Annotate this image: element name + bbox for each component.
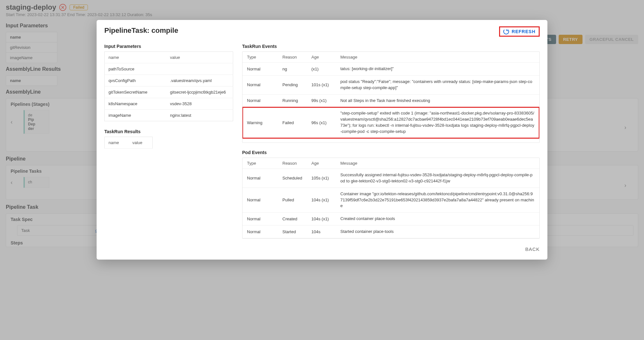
event-age: (x1) [311,67,340,71]
event-age: 105s (x1) [311,176,340,180]
event-message: Container image "gcr.io/tekton-releases/… [340,191,535,209]
event-type: Normal [247,198,282,202]
event-row: NormalRunning99s (x1)Not all Steps in th… [242,95,539,107]
event-age: 104s (x1) [311,216,340,221]
event-type: Normal [247,216,282,221]
event-message: Successfully assigned internal-fujitsu-v… [340,172,535,184]
event-row: NormalScheduled105s (x1)Successfully ass… [242,169,539,188]
table-row: k8sNamespacevsdev-3528 [105,98,233,110]
event-reason: Failed [282,120,311,125]
table-row: pathToSource [105,63,233,75]
modal-header: PipelineTask: compile REFRESH [104,26,540,37]
event-age: 104s [311,229,340,234]
table-row: qvsConfigPath.valuestream/qvs.yaml [105,75,233,87]
param-name: qvsConfigPath [105,75,166,87]
event-type: Normal [247,82,282,87]
param-name: k8sNamespace [105,98,166,110]
event-reason: ng [282,67,311,71]
event-reason: Pending [282,82,311,87]
event-row: NormalStarted104sStarted container place… [242,225,539,238]
pipeline-task-modal: PipelineTask: compile REFRESH Input Para… [97,20,547,260]
event-row: NormalPulled104s (x1)Container image "gc… [242,188,539,213]
param-name: pathToSource [105,63,166,75]
event-row: NormalCreated104s (x1)Created container … [242,213,539,225]
back-button[interactable]: BACK [525,246,540,252]
column-reason: Reason [282,161,311,166]
event-message: Not all Steps in the Task have finished … [340,98,535,104]
column-age: Age [311,161,340,166]
column-value: value [128,137,153,149]
event-age: 99s (x1) [311,98,340,103]
event-reason: Pulled [282,198,311,202]
event-reason: Created [282,216,311,221]
event-message: "step-compile-setup" exited with code 1 … [340,110,535,134]
column-value: value [166,52,233,63]
column-type: Type [247,55,282,60]
event-message: Created container place-tools [340,216,535,222]
table-row: imageNamenginx:latest [105,110,233,121]
event-type: Normal [247,98,282,103]
event-reason: Running [282,98,311,103]
event-message: pod status "Ready":"False"; message: "co… [340,79,535,91]
param-name: imageName [105,110,166,121]
event-reason: Scheduled [282,176,311,180]
modal-body: Input Parameters name value pathToSource… [104,44,540,239]
refresh-icon [503,29,509,34]
table-header: Type Reason Age Message [242,158,539,169]
refresh-button[interactable]: REFRESH [499,26,540,37]
modal-left-column: Input Parameters name value pathToSource… [104,44,233,239]
event-reason: Started [282,229,311,234]
taskrun-events-heading: TaskRun Events [242,44,540,49]
input-parameters-table: name value pathToSourceqvsConfigPath.val… [104,51,233,121]
column-type: Type [247,161,282,166]
pod-events-table: Type Reason Age Message NormalScheduled1… [242,158,540,239]
param-value [166,63,233,75]
param-value: gitsecret-ljccpjimc6tkgb21eje6 [166,87,233,98]
modal-footer: BACK [104,246,540,252]
param-value: vsdev-3528 [166,98,233,110]
column-message: Message [340,55,535,60]
event-age: 104s (x1) [311,198,340,202]
refresh-label: REFRESH [512,29,535,34]
event-type: Warning [247,120,282,125]
event-row: NormalPending101s (x1)pod status "Ready"… [242,76,539,95]
param-name: gitTokenSecretName [105,87,166,98]
modal-right-column: TaskRun Events Type Reason Age Message N… [242,44,540,239]
modal-overlay[interactable]: PipelineTask: compile REFRESH Input Para… [0,0,644,340]
event-age: 96s (x1) [311,120,340,125]
event-row: WarningFailed96s (x1)"step-compile-setup… [242,107,539,138]
column-name: name [105,52,166,63]
input-parameters-heading: Input Parameters [104,44,233,49]
column-name: name [105,137,129,149]
taskrun-results-table: name value [104,137,153,149]
event-row: Normalng(x1)tatus: [working-dir-initiali… [242,63,539,76]
column-message: Message [340,161,535,166]
taskrun-events-table: Type Reason Age Message Normalng(x1)tatu… [242,51,540,143]
table-row: gitTokenSecretNamegitsecret-ljccpjimc6tk… [105,87,233,98]
event-type: Normal [247,67,282,71]
param-value: nginx:latest [166,110,233,121]
taskrun-events-scroll[interactable]: Normalng(x1)tatus: [working-dir-initiali… [242,63,539,142]
pod-events-scroll[interactable]: NormalScheduled105s (x1)Successfully ass… [242,169,539,238]
event-message: Started container place-tools [340,229,535,235]
taskrun-results-heading: TaskRun Results [104,129,233,134]
modal-title: PipelineTask: compile [104,26,178,35]
column-reason: Reason [282,55,311,60]
param-value: .valuestream/qvs.yaml [166,75,233,87]
event-type: Normal [247,176,282,180]
column-age: Age [311,55,340,60]
event-age: 101s (x1) [311,82,340,87]
event-message: tatus: [working-dir-initializer]" [340,66,535,72]
table-header: Type Reason Age Message [242,52,539,63]
pod-events-heading: Pod Events [242,150,540,155]
event-type: Normal [247,229,282,234]
